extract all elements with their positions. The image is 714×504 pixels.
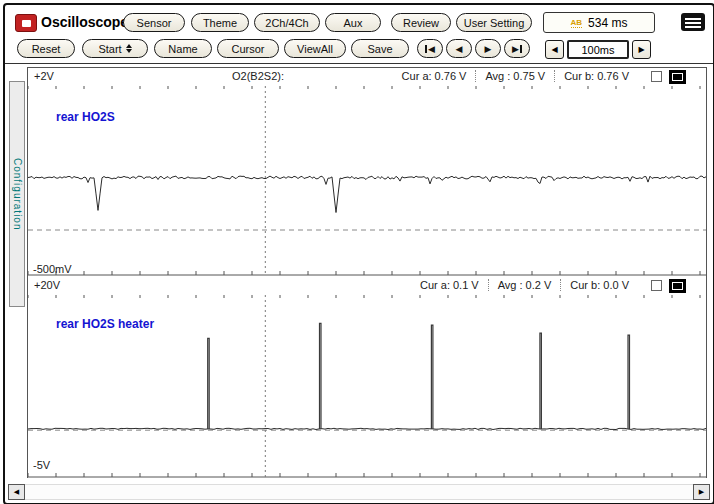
elapsed-time-display: AB 534 ms <box>543 12 655 33</box>
next-icon: ▶ <box>512 44 519 54</box>
panel2-ymin-label: -5V <box>33 459 50 471</box>
app-logo-icon[interactable] <box>15 14 37 32</box>
start-button-label: Start <box>98 43 121 55</box>
panel1-readouts: Cur a: 0.76 V Avg : 0.75 V Cur b: 0.76 V <box>393 70 638 82</box>
start-spinner-icon[interactable] <box>126 44 132 53</box>
panel2-checkbox[interactable] <box>651 280 662 291</box>
cursor-b-readout: Cur b: 0.0 V <box>560 279 638 291</box>
cursor-a-readout: Cur a: 0.76 V <box>393 70 476 82</box>
plot-area: +2V O2(B2S2): Cur a: 0.76 V Avg : 0.75 V… <box>27 67 707 478</box>
cursor-button[interactable]: Cursor <box>217 39 279 58</box>
cursor-a-readout: Cur a: 0.1 V <box>411 279 488 291</box>
theme-button[interactable]: Theme <box>191 13 249 32</box>
sensor-button[interactable]: Sensor <box>123 13 185 32</box>
prev-icon: ◀ <box>456 44 463 54</box>
panel1-signal-title: O2(B2S2): <box>232 70 284 82</box>
panel1-header: +2V O2(B2S2): Cur a: 0.76 V Avg : 0.75 V… <box>32 69 702 85</box>
start-button[interactable]: Start <box>82 39 148 58</box>
ab-time-icon: AB <box>571 18 583 28</box>
channel-mode-button[interactable]: 2Ch/4Ch <box>254 13 320 32</box>
skip-start-button[interactable]: ◀ <box>417 39 443 58</box>
menu-line <box>685 22 701 24</box>
panel1-channel-button[interactable] <box>669 70 686 84</box>
channel1-label: rear HO2S <box>56 110 115 124</box>
scroll-left-button[interactable]: ◀ <box>8 484 25 500</box>
configuration-tab[interactable]: Configuration <box>9 81 25 307</box>
panel1-ymin-label: -500mV <box>33 263 72 275</box>
timebase-decrease-button[interactable]: ◀ <box>545 40 564 59</box>
toolbar-separator <box>5 63 713 64</box>
review-button[interactable]: Review <box>391 13 451 32</box>
avg-readout: Avg : 0.75 V <box>475 70 554 82</box>
prev-icon: ◀ <box>428 44 435 54</box>
menu-icon[interactable] <box>681 13 705 31</box>
name-button[interactable]: Name <box>154 39 212 58</box>
scope-panel-2: +20V Cur a: 0.1 V Avg : 0.2 V Cur b: 0.0… <box>28 277 706 479</box>
elapsed-time-value: 534 ms <box>588 16 627 30</box>
page-title: Oscilloscope <box>41 14 128 30</box>
cursor-b-readout: Cur b: 0.76 V <box>554 70 638 82</box>
scope-panel-1: +2V O2(B2S2): Cur a: 0.76 V Avg : 0.75 V… <box>28 68 706 277</box>
skip-start-bar-icon <box>425 45 427 53</box>
reset-button[interactable]: Reset <box>17 39 75 58</box>
channel2-label: rear HO2S heater <box>56 317 154 331</box>
menu-line <box>685 18 701 20</box>
next-icon: ▶ <box>699 488 704 496</box>
user-setting-button[interactable]: User Setting <box>456 13 532 32</box>
panel2-ymax-label: +20V <box>34 279 60 291</box>
app-logo-glyph <box>22 20 31 27</box>
prev-icon: ◀ <box>14 488 19 496</box>
skip-end-bar-icon <box>520 45 522 53</box>
panel2-title-patch <box>210 278 302 293</box>
timebase-value: 100ms <box>567 40 629 59</box>
panel2-channel-button[interactable] <box>669 279 686 293</box>
prev-icon: ◀ <box>551 45 557 54</box>
panel2-header: +20V Cur a: 0.1 V Avg : 0.2 V Cur b: 0.0… <box>32 278 702 294</box>
scope-trace-1[interactable] <box>28 86 706 277</box>
menu-line <box>685 26 701 28</box>
next-icon: ▶ <box>638 45 644 54</box>
scrollbar-track[interactable] <box>25 484 693 500</box>
panel1-ymax-label: +2V <box>34 70 54 82</box>
aux-button[interactable]: Aux <box>325 13 381 32</box>
step-forward-button[interactable]: ▶ <box>475 39 501 58</box>
skip-end-button[interactable]: ▶ <box>504 39 530 58</box>
scroll-right-button[interactable]: ▶ <box>693 484 710 500</box>
panel1-channel-button-inner <box>672 73 683 81</box>
panel2-channel-button-inner <box>672 282 683 290</box>
viewall-button[interactable]: ViewAll <box>284 39 346 58</box>
avg-readout: Avg : 0.2 V <box>488 279 561 291</box>
horizontal-scrollbar[interactable]: ◀ ▶ <box>8 484 710 500</box>
save-button[interactable]: Save <box>351 39 409 58</box>
step-back-button[interactable]: ◀ <box>446 39 472 58</box>
panel1-checkbox[interactable] <box>651 71 662 82</box>
timebase-increase-button[interactable]: ▶ <box>632 40 651 59</box>
oscilloscope-window: Oscilloscope Sensor Theme 2Ch/4Ch Aux Re… <box>3 3 714 504</box>
next-icon: ▶ <box>485 44 492 54</box>
panel2-readouts: Cur a: 0.1 V Avg : 0.2 V Cur b: 0.0 V <box>411 279 638 291</box>
